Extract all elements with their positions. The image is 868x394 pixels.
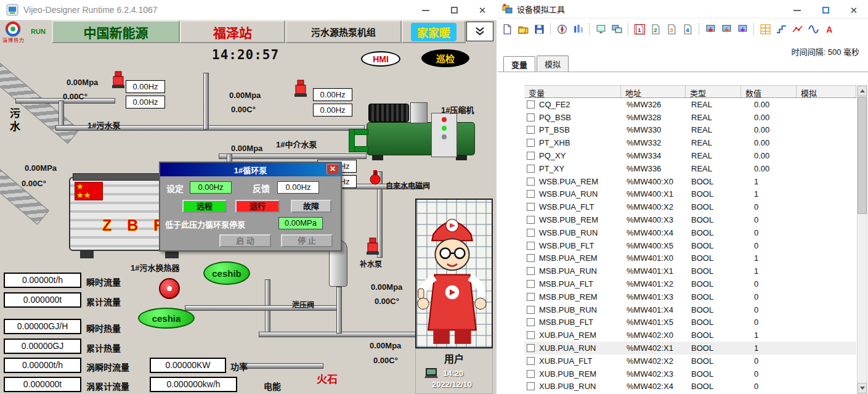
variable-value[interactable]: 1 (741, 330, 797, 340)
header-unit[interactable]: 污水源热泵机组 (285, 20, 402, 43)
maximize-button[interactable] (440, 0, 468, 20)
row-checkbox[interactable] (527, 242, 535, 250)
variable-value[interactable]: 0 (741, 215, 797, 224)
step-trend-icon[interactable] (774, 22, 789, 36)
fault-button[interactable]: 故障 (291, 200, 331, 213)
start-button[interactable]: 启 动 (219, 234, 271, 247)
row-checkbox[interactable] (527, 306, 535, 314)
row-checkbox[interactable] (527, 357, 535, 365)
hmi-button[interactable]: HMI (361, 51, 400, 67)
row-checkbox[interactable] (527, 113, 535, 121)
expand-menu-button[interactable] (466, 22, 493, 41)
variable-value[interactable]: 0.00 (741, 151, 797, 160)
header-station[interactable]: 福泽站 (180, 20, 285, 43)
running-button[interactable]: 运行 (235, 200, 280, 213)
scrollbar[interactable] (857, 85, 867, 394)
table-row[interactable]: MSB.PUA_RUN%MW401:X1BOOL1 (524, 265, 856, 277)
text-format-icon[interactable]: A (822, 22, 837, 36)
table-row[interactable]: WSB.PUA_REM%MW400:X0BOOL1 (524, 175, 856, 188)
variable-value[interactable]: 0 (741, 356, 797, 366)
maximize-button[interactable] (811, 0, 840, 20)
download-c-icon[interactable] (735, 22, 750, 36)
variable-value[interactable]: 1 (741, 266, 797, 276)
variable-value[interactable]: 1 (741, 343, 797, 353)
table-row[interactable]: MSB.PUA_FLT%MW401:X2BOOL0 (524, 277, 856, 290)
table-row[interactable]: PT_XHB%MW332REAL0.00 (524, 136, 856, 149)
dot-trend-icon[interactable] (790, 22, 805, 36)
variable-value[interactable]: 0 (741, 305, 797, 314)
variable-value[interactable]: 0 (741, 369, 797, 379)
download-a-icon[interactable] (703, 22, 718, 36)
row-checkbox[interactable] (527, 229, 535, 237)
table-row[interactable]: WSB.PUA_RUN%MW400:X1BOOL1 (524, 188, 856, 201)
table-row[interactable]: PT_XY%MW336REAL0.00 (524, 162, 856, 175)
table-row[interactable]: PT_BSB%MW330REAL0.00 (524, 124, 856, 137)
dialog-close-button[interactable]: ✕ (327, 164, 339, 174)
table-row[interactable]: MSB.PUB_RUN%MW401:X4BOOL0 (524, 303, 856, 316)
open-file-icon[interactable] (516, 22, 530, 36)
intermediate-pump-icon[interactable] (294, 80, 307, 98)
patrol-button[interactable]: 巡检 (421, 49, 469, 67)
column-header[interactable]: 变量 (524, 85, 621, 98)
close-button[interactable]: ✕ (840, 0, 868, 20)
row-checkbox[interactable] (527, 331, 535, 339)
row-checkbox[interactable] (527, 203, 535, 211)
row-checkbox[interactable] (527, 267, 535, 275)
row-checkbox[interactable] (527, 139, 535, 147)
variable-value[interactable]: 1 (741, 177, 797, 186)
table-row[interactable]: WSB.PUA_FLT%MW400:X2BOOL0 (524, 200, 856, 213)
row-checkbox[interactable] (527, 318, 535, 326)
row-checkbox[interactable] (527, 126, 535, 134)
minimize-button[interactable] (783, 0, 811, 20)
alarm-indicator[interactable] (159, 278, 180, 299)
makeup-pump-icon[interactable] (366, 237, 379, 256)
table-row[interactable]: XUB.PUA_FLT%MW402:X2BOOL0 (524, 355, 856, 367)
table-row[interactable]: MSB.PUA_REM%MW401:X0BOOL1 (524, 252, 856, 265)
page-4-icon[interactable]: 4 (680, 22, 695, 36)
row-checkbox[interactable] (527, 370, 535, 378)
variable-value[interactable]: 0 (741, 382, 797, 391)
tab-variables[interactable]: 变量 (503, 56, 535, 72)
variable-value[interactable]: 0 (741, 318, 797, 327)
row-checkbox[interactable] (527, 101, 535, 109)
tag-config-icon[interactable] (570, 22, 585, 36)
table-row[interactable]: XUB.PUB_REM%MW402:X3BOOL0 (524, 367, 856, 380)
solenoid-valve-icon[interactable] (368, 170, 382, 185)
ceshib-button[interactable]: ceshib (203, 261, 250, 285)
table-row[interactable]: WSB.PUB_RUN%MW400:X4BOOL0 (524, 226, 856, 239)
tab-simulation[interactable]: 模拟 (537, 55, 569, 72)
set-value-box[interactable]: 0.00Hz (190, 181, 232, 194)
minimize-button[interactable] (412, 0, 440, 20)
page-2-icon[interactable]: 2 (648, 22, 663, 36)
screen-dual-icon[interactable] (609, 22, 624, 36)
variable-value[interactable]: 0 (741, 279, 797, 289)
table-row[interactable]: MSB.PUB_FLT%MW401:X5BOOL0 (524, 316, 856, 329)
row-checkbox[interactable] (527, 165, 535, 173)
sine-wave-icon[interactable] (806, 22, 821, 36)
variable-value[interactable]: 0 (741, 292, 797, 302)
variable-value[interactable]: 0 (741, 241, 797, 250)
close-button[interactable]: ✕ (468, 0, 497, 20)
variable-value[interactable]: 0.00 (741, 125, 797, 134)
scroll-down-button[interactable] (858, 383, 867, 393)
column-header[interactable]: 模拟 (797, 85, 856, 98)
column-header[interactable]: 地址 (621, 85, 686, 98)
row-checkbox[interactable] (527, 254, 535, 262)
ceshia-button[interactable]: ceshia (138, 308, 195, 329)
row-checkbox[interactable] (527, 344, 535, 352)
table-row[interactable]: WSB.PUB_FLT%MW400:X5BOOL0 (524, 239, 856, 252)
row-checkbox[interactable] (527, 190, 535, 198)
variable-value[interactable]: 0 (741, 228, 797, 237)
table-row[interactable]: PQ_BSB%MW328REAL0.00 (524, 111, 856, 124)
compressor-body[interactable] (367, 122, 475, 155)
variable-value[interactable]: 0.00 (741, 100, 797, 109)
page-3-icon[interactable]: 3 (664, 22, 679, 36)
table-row[interactable]: MSB.PUB_REM%MW401:X3BOOL0 (524, 290, 856, 303)
column-header[interactable]: 数值 (741, 85, 797, 98)
variable-value[interactable]: 1 (741, 189, 797, 199)
sewage-pump-icon[interactable] (112, 71, 124, 89)
table-view-icon[interactable] (758, 22, 773, 36)
table-row[interactable]: CQ_FE2%MW326REAL0.00 (524, 98, 856, 111)
row-checkbox[interactable] (527, 178, 535, 186)
variable-value[interactable]: 0.00 (741, 138, 797, 147)
